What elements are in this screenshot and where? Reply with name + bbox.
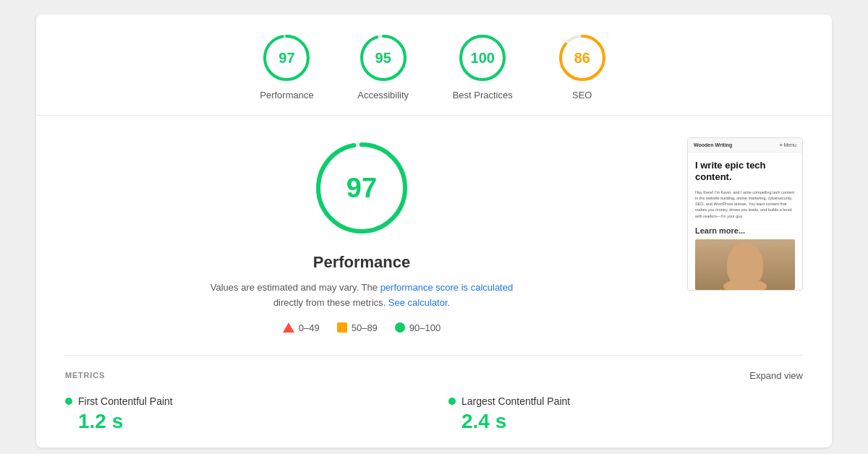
score-value-performance: 97 [278,50,294,67]
metric-item-lcp: Largest Contentful Paint 2.4 s [448,395,803,433]
legend-range-average: 50–89 [352,322,378,333]
average-icon [337,322,347,333]
big-title: Performance [313,253,411,272]
metric-item-fcp: First Contentful Paint 1.2 s [65,395,420,433]
metric-dot-lcp [448,398,456,405]
score-label-performance: Performance [260,90,313,100]
score-label-seo: SEO [572,90,592,100]
preview-learn-more: Learn more... [695,226,795,235]
metric-label-row-fcp: First Contentful Paint [65,395,420,407]
scores-bar: 97 Performance 95 Accessibility [36,14,832,116]
score-label-accessibility: Accessibility [357,90,409,100]
performance-score-link[interactable]: performance score is calculated [380,282,514,293]
score-item-accessibility: 95 Accessibility [357,32,409,100]
metrics-title: METRICS [65,371,105,380]
pass-icon [395,322,405,333]
score-circle-accessibility: 95 [357,32,409,84]
avatar-head [727,243,763,286]
score-circle-performance: 97 [260,32,312,84]
preview-avatar-image [695,239,795,290]
legend: 0–49 50–89 90–100 [283,322,441,333]
right-panel: Wooden Writing ≡ Menu I write epic tech … [687,137,803,333]
metrics-header: METRICS Expand view [65,370,803,381]
metric-value-fcp: 1.2 s [65,410,420,433]
metric-name-fcp: First Contentful Paint [78,395,173,407]
description: Values are estimated and may vary. The p… [210,280,514,311]
legend-range-pass: 90–100 [409,322,441,333]
legend-item-fail: 0–49 [283,322,320,333]
legend-range-fail: 0–49 [299,322,320,333]
preview-headline: I write epic tech content. [695,160,795,184]
preview-menu: ≡ Menu [779,142,796,147]
preview-body: I write epic tech content. Hey there! I'… [688,153,802,290]
expand-view-button[interactable]: Expand view [749,370,803,381]
fail-icon [283,322,294,333]
score-value-seo: 86 [574,50,590,67]
preview-header: Wooden Writing ≡ Menu [688,138,802,153]
score-item-seo: 86 SEO [556,32,608,100]
metrics-section: METRICS Expand view First Contentful Pai… [36,356,832,447]
score-circle-best-practices: 100 [456,32,509,84]
score-label-best-practices: Best Practices [453,90,513,100]
score-value-accessibility: 95 [375,50,391,67]
preview-body-text: Hey there! I'm Kevin, and I write compel… [695,189,795,219]
metrics-grid: First Contentful Paint 1.2 s Largest Con… [65,395,803,433]
main-content: 97 Performance Values are estimated and … [36,116,832,355]
main-card: 97 Performance 95 Accessibility [36,14,832,447]
score-circle-seo: 86 [556,32,608,84]
metric-label-row-lcp: Largest Contentful Paint [448,395,803,407]
legend-item-average: 50–89 [337,322,378,333]
calculator-link[interactable]: See calculator. [388,297,450,308]
metric-dot-fcp [65,398,72,405]
score-item-performance: 97 Performance [260,32,313,100]
metric-name-lcp: Largest Contentful Paint [461,395,570,407]
score-value-best-practices: 100 [471,50,495,67]
big-score-value: 97 [346,173,377,204]
score-item-best-practices: 100 Best Practices [453,32,513,100]
metric-value-lcp: 2.4 s [448,410,803,433]
preview-brand: Wooden Writing [694,142,732,147]
webpage-preview: Wooden Writing ≡ Menu I write epic tech … [687,137,803,291]
big-performance-circle: 97 [311,137,412,239]
left-panel: 97 Performance Values are estimated and … [65,137,658,333]
legend-item-pass: 90–100 [395,322,441,333]
